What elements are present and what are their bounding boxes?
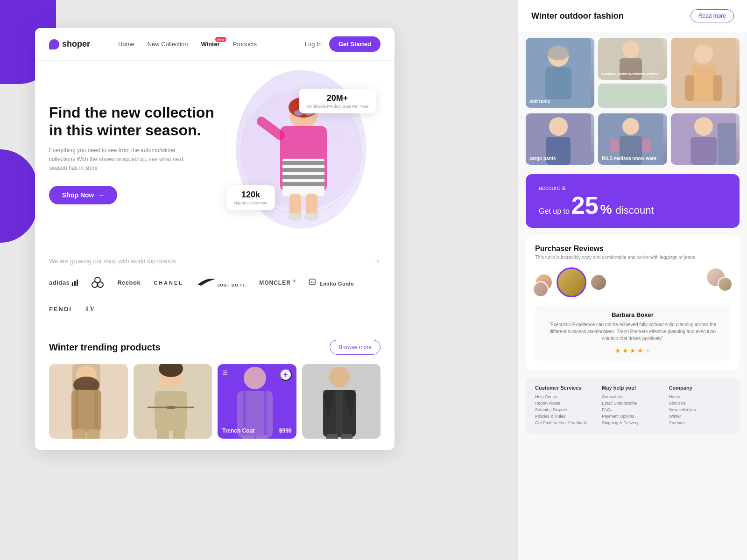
winter-img-1-svg <box>526 38 591 108</box>
winter-img-7-svg <box>671 113 736 165</box>
footer-item-submit-dispute[interactable]: Submit a Dispute <box>535 407 596 412</box>
product-card-3[interactable]: ⊞ + Trench Coat $990 <box>218 364 296 439</box>
svg-rect-34 <box>155 391 187 431</box>
svg-point-46 <box>329 367 350 387</box>
svg-rect-55 <box>545 67 571 99</box>
emilio-logo-icon: G <box>309 278 316 286</box>
stat-label-customers: Happy Customers <box>234 201 268 205</box>
discount-pretext: account & <box>539 184 726 191</box>
products-header: Winter trending products Browse more <box>49 340 381 355</box>
svg-rect-64 <box>685 75 694 101</box>
svg-rect-48 <box>336 390 343 437</box>
star-4: ★ <box>637 347 643 354</box>
winter-img-2: Dovetail given workshirt stretch <box>598 38 667 80</box>
trefoil-icon <box>91 275 104 288</box>
svg-rect-51 <box>326 434 338 439</box>
reviewer-avatars <box>535 267 730 297</box>
hero-subtitle: Everything you need to see from the autu… <box>49 146 189 173</box>
footer-col-2-title: May help you! <box>602 385 663 391</box>
login-button[interactable]: Log In <box>305 41 322 48</box>
footer-item-report-abuse[interactable]: Report Abuse <box>535 401 596 406</box>
footer-item-email-unsub[interactable]: Email Unsubscribe <box>602 401 663 406</box>
hero-section: Find the new collection in this winter s… <box>35 61 395 243</box>
get-started-button[interactable]: Get Started <box>329 36 381 52</box>
avatar-far-left <box>533 281 549 297</box>
footer-col-customer-services: Customer Services Help Center Report Abu… <box>535 385 596 427</box>
get-up-to-text: Get up to <box>539 207 570 216</box>
svg-rect-63 <box>691 65 716 102</box>
star-2: ★ <box>622 347 628 354</box>
svg-rect-72 <box>610 139 620 152</box>
footer-item-products[interactable]: Products <box>669 420 730 425</box>
discount-value-row: Get up to 25 % discount <box>539 193 726 217</box>
product-price-3: $990 <box>279 427 292 434</box>
svg-point-67 <box>549 117 568 136</box>
footer-item-home[interactable]: Home <box>669 394 730 399</box>
shop-now-button[interactable]: Shop Now → <box>49 186 117 204</box>
nav-products[interactable]: Products <box>233 41 257 48</box>
svg-rect-28 <box>75 390 78 432</box>
footer-item-feedback[interactable]: Get Paid for Your Feedback <box>535 420 596 425</box>
avatar-top-right <box>718 277 733 292</box>
footer-col-3-title: Company <box>669 385 730 391</box>
nav-home[interactable]: Home <box>118 41 134 48</box>
footer-col-1-title: Customer Services <box>535 385 596 391</box>
product-label-3: Trench Coat <box>222 427 254 434</box>
winter-img-3-svg <box>598 84 663 108</box>
star-5: ★ <box>645 347 651 354</box>
reviewer-name: Barbara Boxer <box>542 311 724 318</box>
winter-title: Winter outdoor fashion <box>531 11 624 21</box>
product-figure-1 <box>49 364 124 439</box>
brands-arrow-icon[interactable]: → <box>372 256 381 266</box>
avatar-small-2 <box>590 274 607 291</box>
brand-nike: JUST DO IT. <box>197 277 246 288</box>
winter-img-1: knit tunic <box>526 38 594 108</box>
winter-img-4 <box>671 38 740 108</box>
svg-rect-30 <box>73 429 85 439</box>
products-title: Winter trending products <box>49 342 161 353</box>
discount-banner: account & Get up to 25 % discount <box>526 174 740 228</box>
footer-item-shipping[interactable]: Shipping & Delivery <box>602 420 663 425</box>
winter-img-7 <box>671 113 740 165</box>
footer-item-about[interactable]: About us <box>669 401 730 406</box>
stat-label-sales: Worldwide Product Sale Per Year <box>306 104 368 109</box>
svg-rect-73 <box>642 139 651 152</box>
hero-image-area: 20M+ Worldwide Product Sale Per Year 120… <box>222 79 381 229</box>
svg-rect-29 <box>94 390 98 432</box>
footer-item-contact-us[interactable]: Contact Us <box>602 394 663 399</box>
brands-header: We are growing our shop with world top b… <box>49 256 381 266</box>
discount-symbol: % <box>600 202 612 217</box>
svg-rect-35 <box>166 406 176 409</box>
nav-new-collection[interactable]: New Collection <box>148 41 188 48</box>
brands-section: We are growing our shop with world top b… <box>35 243 395 329</box>
grid-icon: ⊞ <box>222 369 228 376</box>
winter-img-2-label: Dovetail given workshirt stretch <box>602 72 658 76</box>
discount-label: discount <box>616 204 654 217</box>
arrow-icon: → <box>98 191 104 199</box>
footer-item-new-collection[interactable]: New collection <box>669 407 730 412</box>
nav-winter[interactable]: Winter new <box>201 41 219 48</box>
footer-item-payment-options[interactable]: Payment Options <box>602 414 663 419</box>
browse-more-button[interactable]: Browse more <box>330 340 381 355</box>
review-card: Barbara Boxer "Execution Excellence can … <box>535 305 730 361</box>
navbar: shoper Home New Collection Winter new Pr… <box>35 28 395 61</box>
product-card-1[interactable] <box>49 364 128 439</box>
footer-item-winter[interactable]: Winter <box>669 414 730 419</box>
reviews-section: Purchaser Reviews This tunic is incredib… <box>526 235 740 370</box>
product-add-button[interactable]: + <box>280 369 292 381</box>
product-card-4[interactable] <box>302 364 381 439</box>
svg-rect-39 <box>173 428 185 439</box>
footer-item-policies[interactable]: Policies & Rules <box>535 414 596 419</box>
svg-rect-65 <box>713 75 722 101</box>
brand-chanel: CHANEL <box>154 279 183 286</box>
brands-title: We are growing our shop with world top b… <box>49 258 176 265</box>
footer-item-faqs[interactable]: FAQs <box>602 407 663 412</box>
footer-item-help-center[interactable]: Help Center <box>535 394 596 399</box>
svg-rect-45 <box>256 435 268 439</box>
product-card-2[interactable] <box>134 364 212 439</box>
brand-adidas: adidas <box>49 279 78 286</box>
logo[interactable]: shoper <box>49 39 90 49</box>
star-rating: ★ ★ ★ ★ ★ <box>542 347 724 354</box>
svg-rect-77 <box>718 123 736 165</box>
read-more-button[interactable]: Read more <box>691 9 734 22</box>
